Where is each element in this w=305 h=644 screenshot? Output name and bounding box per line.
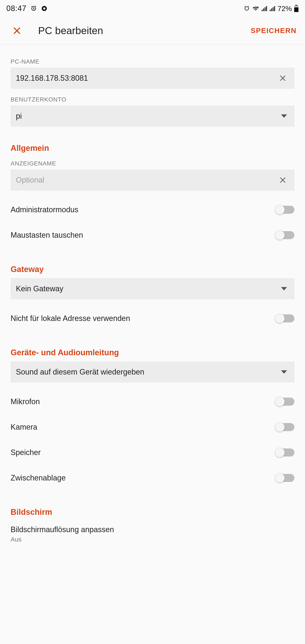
storage-row: Speicher [10,440,294,465]
svg-text:6: 6 [257,6,258,9]
skip-local-label: Nicht für lokale Adresse verwenden [10,314,130,323]
svg-rect-7 [270,10,270,11]
section-general: Allgemein [10,144,294,153]
chevron-down-icon [281,370,287,374]
camera-row: Kamera [10,414,294,440]
clipboard-row: Zwischenablage [10,465,294,491]
svg-rect-11 [295,5,298,6]
mic-label: Mikrofon [10,397,40,406]
camera-label: Kamera [10,422,37,432]
displayname-label: ANZEIGENAME [10,160,294,167]
resolution-setting[interactable]: Bildschirmauflösung anpassen Aus [10,525,294,543]
clear-displayname-icon[interactable] [276,174,289,186]
pcname-input[interactable]: 192.168.178.53:8081 [10,68,294,89]
mic-toggle[interactable] [275,398,294,406]
signal2-icon [270,6,275,12]
gateway-select[interactable]: Kein Gateway [10,278,294,299]
status-left: 08:47 [6,4,48,13]
close-button[interactable] [8,22,26,39]
account-select[interactable]: pi [10,106,294,127]
svg-rect-9 [272,7,274,11]
audio-value: Sound auf diesem Gerät wiedergeben [16,368,281,376]
clear-pcname-icon[interactable] [276,72,289,84]
svg-rect-10 [274,6,275,11]
camera-toggle[interactable] [275,423,294,431]
gateway-value: Kein Gateway [16,284,281,293]
section-device-audio: Geräte- und Audioumleitung [10,348,294,357]
mic-row: Mikrofon [10,389,294,414]
displayname-input[interactable]: Optional [10,170,294,191]
pcname-value: 192.168.178.53:8081 [16,74,276,82]
swap-mouse-row: Maustasten tauschen [10,222,294,248]
admin-mode-toggle[interactable] [275,206,294,214]
storage-toggle[interactable] [275,448,294,456]
audio-select[interactable]: Sound auf diesem Gerät wiedergeben [10,362,294,382]
app-bar: PC bearbeiten SPEICHERN [0,17,305,44]
section-gateway: Gateway [10,265,294,274]
status-bar: 08:47 6 72% [0,0,305,17]
svg-rect-4 [263,8,264,11]
alarm-icon [30,5,37,12]
svg-point-1 [43,8,46,10]
pcname-label: PC-NAME [10,58,294,65]
admin-mode-row: Administratormodus [10,197,294,222]
account-value: pi [16,112,281,120]
save-button[interactable]: SPEICHERN [251,22,296,39]
resolution-title: Bildschirmauflösung anpassen [10,525,294,534]
clipboard-toggle[interactable] [275,474,294,482]
chevron-down-icon [281,114,287,118]
admin-mode-label: Administratormodus [10,205,78,214]
status-right: 6 72% [244,4,299,13]
wifi-icon: 6 [252,5,259,12]
alarm2-icon [244,5,250,12]
section-display: Bildschirm [10,508,294,517]
content: PC-NAME 192.168.178.53:8081 BENUTZERKONT… [0,44,305,543]
clipboard-label: Zwischenablage [10,474,66,482]
swap-mouse-label: Maustasten tauschen [10,231,83,240]
page-title: PC bearbeiten [38,25,251,36]
skip-local-toggle[interactable] [275,314,294,322]
svg-rect-8 [271,8,272,11]
svg-rect-6 [266,6,267,11]
signal1-icon [261,6,267,12]
resolution-value: Aus [10,536,294,543]
swap-mouse-toggle[interactable] [275,231,294,239]
chevron-down-icon [281,287,287,290]
battery-icon [294,5,299,12]
skip-local-row: Nicht für lokale Adresse verwenden [10,306,294,331]
status-clock: 08:47 [6,4,26,13]
svg-rect-13 [294,8,298,12]
account-label: BENUTZERKONTO [10,96,294,103]
battery-percent: 72% [278,4,292,13]
svg-rect-3 [262,10,262,11]
svg-rect-5 [264,7,266,11]
storage-label: Speicher [10,448,41,457]
circle-icon [41,5,48,12]
displayname-placeholder: Optional [16,176,276,184]
